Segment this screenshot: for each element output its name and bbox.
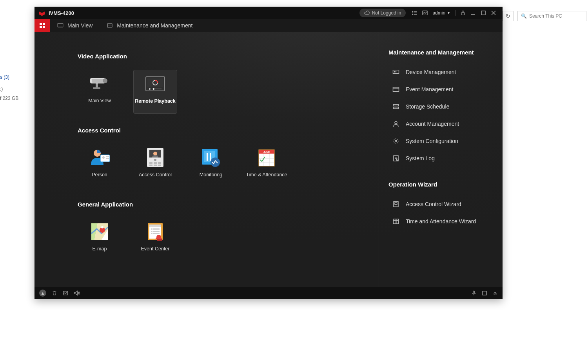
section-access-title: Access Control (78, 127, 379, 134)
user-menu[interactable]: admin ▼ (432, 10, 450, 16)
collapse-icon[interactable] (492, 290, 498, 296)
svg-rect-79 (393, 105, 399, 106)
svg-rect-37 (106, 158, 109, 159)
svg-point-7 (412, 14, 413, 14)
restore-icon[interactable] (482, 291, 487, 295)
titlebar: iVMS-4200 Not Logged in admin ▼ (34, 7, 503, 19)
svg-point-82 (395, 140, 397, 142)
close-button[interactable] (490, 11, 497, 15)
svg-point-75 (394, 72, 395, 72)
maintenance-icon (107, 23, 113, 28)
lock-icon[interactable] (459, 10, 467, 16)
svg-rect-26 (93, 87, 100, 89)
device-icon (392, 69, 400, 75)
svg-rect-45 (149, 165, 152, 166)
svg-rect-43 (154, 162, 157, 164)
ritem-ta-wizard[interactable]: Time and Attendance Wizard (388, 213, 503, 230)
svg-rect-72 (153, 233, 160, 234)
ritem-ta-wizard-label: Time and Attendance Wizard (406, 218, 476, 225)
tile-main-view[interactable]: Main View (78, 70, 122, 114)
ritem-ac-wizard[interactable]: Access Control Wizard (388, 196, 503, 213)
log-icon (392, 155, 400, 162)
pin-icon[interactable] (471, 290, 477, 296)
svg-point-63 (101, 226, 103, 228)
tab-maintenance[interactable]: Maintenance and Management (100, 19, 200, 32)
section-general-title: General Application (78, 201, 379, 208)
svg-marker-94 (74, 291, 77, 295)
account-icon (392, 120, 400, 127)
home-tab[interactable] (34, 19, 50, 32)
login-status-text: Not Logged in (372, 10, 401, 16)
svg-rect-11 (481, 11, 485, 15)
svg-point-5 (412, 11, 413, 11)
tile-emap-label: E-map (93, 246, 107, 252)
tile-time-attendance-label: Time & Attendance (246, 172, 287, 177)
ritem-device-management[interactable]: Device Management (388, 63, 503, 81)
cloud-icon (364, 10, 370, 16)
minimize-button[interactable] (469, 11, 477, 15)
explorer-side-link[interactable]: s (3) (0, 74, 9, 80)
tile-emap[interactable]: E-map (78, 218, 122, 262)
mute-icon[interactable] (74, 290, 80, 296)
svg-rect-28 (147, 78, 163, 87)
svg-rect-44 (158, 162, 161, 164)
playback-icon (143, 73, 167, 94)
tile-remote-playback[interactable]: Remote Playback (133, 70, 177, 114)
tile-event-center[interactable]: Event Center (133, 218, 177, 262)
right-maintenance-heading: Maintenance and Management (388, 49, 503, 56)
svg-point-52 (211, 158, 220, 167)
tile-person[interactable]: Person (78, 144, 122, 188)
svg-rect-9 (461, 13, 465, 15)
ritem-system-config[interactable]: System Configuration (388, 132, 503, 150)
svg-rect-89 (393, 219, 399, 224)
tab-maintenance-label: Maintenance and Management (117, 22, 192, 29)
maximize-button[interactable] (479, 11, 487, 15)
calendar-icon: JUNE (255, 147, 278, 168)
ivms-app-window: iVMS-4200 Not Logged in admin ▼ (34, 7, 503, 299)
person-icon (88, 147, 111, 168)
ritem-system-log[interactable]: System Log (388, 150, 503, 167)
svg-rect-51 (210, 153, 211, 161)
ta-wizard-icon (392, 218, 400, 225)
ritem-event-management[interactable]: Event Management (388, 81, 503, 98)
svg-rect-46 (154, 165, 157, 166)
svg-point-76 (396, 72, 396, 72)
event-center-icon (143, 221, 167, 242)
trash-icon[interactable] (52, 290, 57, 296)
camera-icon (88, 73, 111, 94)
svg-point-40 (153, 152, 157, 156)
tile-person-label: Person (92, 172, 107, 177)
user-menu-label: admin (432, 10, 445, 16)
explorer-refresh-button[interactable]: ↻ (503, 11, 514, 21)
alert-icon[interactable]: ▲ (39, 290, 46, 297)
ritem-device-management-label: Device Management (406, 69, 456, 75)
monitor-icon (57, 23, 64, 28)
svg-rect-77 (393, 87, 399, 92)
svg-rect-50 (207, 153, 208, 161)
tile-main-view-label: Main View (88, 98, 111, 103)
tabbar: Main View Maintenance and Management (34, 19, 503, 32)
statusbar: ▲ (34, 287, 503, 299)
ritem-storage-schedule[interactable]: Storage Schedule (388, 98, 503, 115)
svg-point-35 (102, 156, 105, 159)
explorer-search-input[interactable]: 🔍 Search This PC (517, 11, 586, 21)
login-status-pill[interactable]: Not Logged in (359, 9, 406, 17)
tile-time-attendance[interactable]: JUNE Time & Attendance (245, 144, 289, 188)
svg-point-81 (395, 121, 397, 124)
separator (455, 10, 456, 16)
picture2-icon[interactable] (63, 290, 68, 296)
list-icon[interactable] (411, 10, 419, 16)
ritem-account-management[interactable]: Account Management (388, 115, 503, 132)
svg-rect-70 (153, 231, 160, 232)
explorer-side-drive[interactable]: :) (0, 86, 3, 92)
tab-main-view[interactable]: Main View (50, 19, 100, 32)
picture-icon[interactable] (421, 10, 429, 16)
gear-icon (392, 138, 400, 145)
tile-monitoring[interactable]: Monitoring (189, 144, 233, 188)
tile-access-control[interactable]: Access Control (133, 144, 177, 188)
svg-rect-71 (151, 233, 152, 234)
svg-rect-20 (107, 24, 112, 27)
svg-rect-25 (96, 83, 98, 87)
right-opwizard-heading: Operation Wizard (388, 181, 503, 188)
svg-rect-68 (153, 228, 160, 230)
